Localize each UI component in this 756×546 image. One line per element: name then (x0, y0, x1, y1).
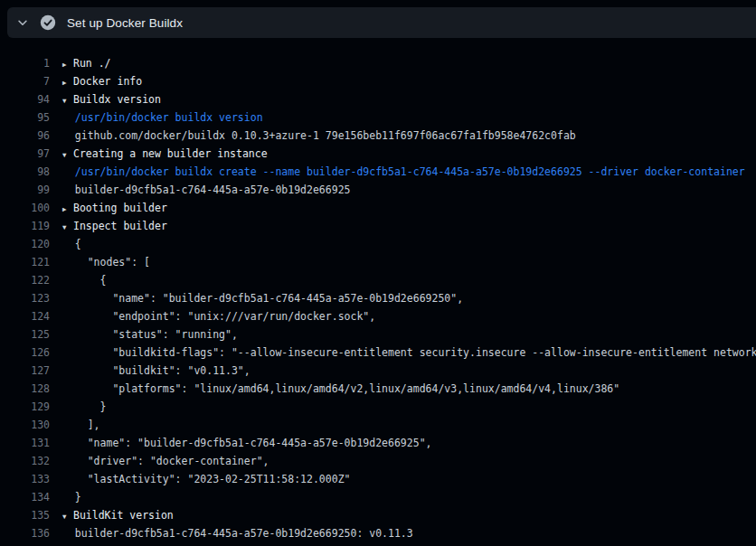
log-output-text: "endpoint": "unix:///var/run/docker.sock… (62, 310, 375, 323)
line-number[interactable]: 97 (0, 145, 50, 163)
line-number[interactable]: 96 (0, 127, 50, 145)
log-line: 127 "buildkit": "v0.11.3", (0, 362, 756, 380)
log-line: 99 builder-d9cfb5a1-c764-445a-a57e-0b19d… (0, 181, 756, 199)
line-number[interactable]: 122 (0, 271, 50, 289)
line-number[interactable]: 119 (0, 217, 50, 235)
line-number[interactable]: 130 (0, 416, 50, 434)
log-line: 95 /usr/bin/docker buildx version (0, 108, 756, 127)
log-group-content: ▶Booting builder (62, 202, 167, 214)
log-group-row[interactable]: 135▼BuildKit version (0, 506, 756, 524)
step-header[interactable]: Set up Docker Buildx (7, 7, 756, 38)
line-number[interactable]: 126 (0, 344, 50, 362)
log-output-text: builder-d9cfb5a1-c764-445a-a57e-0b19d2e6… (62, 184, 351, 196)
log-output-text: "name": "builder-d9cfb5a1-c764-445a-a57e… (62, 437, 432, 449)
line-number[interactable]: 100 (0, 199, 50, 217)
group-title: Buildx version (73, 93, 161, 106)
log-line: 123 "name": "builder-d9cfb5a1-c764-445a-… (0, 289, 756, 307)
log-output-text: "name": "builder-d9cfb5a1-c764-445a-a57e… (62, 292, 463, 305)
log-group-content: ▼BuildKit version (62, 509, 174, 522)
log-output-text: ], (62, 419, 100, 431)
line-number[interactable]: 128 (0, 380, 50, 398)
line-number[interactable]: 135 (0, 506, 50, 524)
log-line: 124 "endpoint": "unix:///var/run/docker.… (0, 307, 756, 325)
log-group-content: ▼Buildx version (62, 93, 161, 106)
log-group-row[interactable]: 7▶Docker info (0, 72, 756, 90)
log-line: 121 "nodes": [ (0, 253, 756, 271)
line-number[interactable]: 125 (0, 325, 50, 344)
line-number[interactable]: 94 (0, 90, 50, 108)
log-output-text: "lastActivity": "2023-02-25T11:58:12.000… (62, 473, 351, 485)
log-line: 133 "lastActivity": "2023-02-25T11:58:12… (0, 470, 756, 488)
log-output-text: "buildkitd-flags": "--allow-insecure-ent… (62, 346, 756, 359)
log-group-row[interactable]: 1▶Run ./ (0, 54, 756, 72)
log-line: 120 { (0, 235, 756, 253)
log-output-text: } (62, 491, 81, 504)
log-output-text: "buildkit": "v0.11.3", (62, 364, 250, 377)
triangle-right-icon[interactable]: ▶ (62, 56, 73, 72)
step-title: Set up Docker Buildx (67, 16, 183, 30)
line-number[interactable]: 98 (0, 163, 50, 181)
log-output-text: "platforms": "linux/amd64,linux/amd64/v2… (62, 382, 619, 395)
line-number[interactable]: 129 (0, 398, 50, 416)
log-output-text: } (62, 400, 106, 413)
log-line: 98 /usr/bin/docker buildx create --name … (0, 163, 756, 181)
log-line: 122 { (0, 271, 756, 289)
log-output-text: builder-d9cfb5a1-c764-445a-a57e-0b19d2e6… (62, 527, 413, 540)
group-title: Inspect builder (73, 220, 167, 232)
log-group-content: ▼Inspect builder (62, 220, 167, 232)
triangle-right-icon[interactable]: ▶ (62, 201, 73, 217)
line-number[interactable]: 120 (0, 235, 50, 253)
line-number[interactable]: 121 (0, 253, 50, 271)
log-line: 132 "driver": "docker-container", (0, 452, 756, 470)
line-number[interactable]: 127 (0, 362, 50, 380)
log-line: 130 ], (0, 416, 756, 434)
line-number[interactable]: 95 (0, 108, 50, 127)
log-line: 134 } (0, 488, 756, 506)
log-group-content: ▼Creating a new builder instance (62, 147, 268, 160)
log-group-content: ▶Run ./ (62, 57, 111, 70)
log-output-text: "driver": "docker-container", (62, 455, 269, 467)
log-line: 126 "buildkitd-flags": "--allow-insecure… (0, 344, 756, 362)
log-group-content: ▶Docker info (62, 75, 142, 88)
log-lines: 1▶Run ./7▶Docker info94▼Buildx version95… (0, 54, 756, 542)
line-number[interactable]: 124 (0, 307, 50, 325)
log-line: 125 "status": "running", (0, 325, 756, 344)
log-line: 96 github.com/docker/buildx 0.10.3+azure… (0, 127, 756, 145)
line-number[interactable]: 99 (0, 181, 50, 199)
log-command-text: /usr/bin/docker buildx version (62, 111, 263, 124)
line-number[interactable]: 133 (0, 470, 50, 488)
log-group-row[interactable]: 119▼Inspect builder (0, 217, 756, 235)
triangle-down-icon[interactable]: ▼ (62, 219, 73, 235)
group-title: Run ./ (73, 57, 111, 70)
triangle-right-icon[interactable]: ▶ (62, 74, 73, 90)
log-group-row[interactable]: 100▶Booting builder (0, 199, 756, 217)
log-group-row[interactable]: 94▼Buildx version (0, 90, 756, 108)
line-number[interactable]: 132 (0, 452, 50, 470)
triangle-down-icon[interactable]: ▼ (62, 146, 73, 163)
log-output-text: "nodes": [ (62, 256, 150, 268)
group-title: BuildKit version (73, 509, 174, 522)
line-number[interactable]: 134 (0, 488, 50, 506)
log-output-text: { (62, 274, 106, 287)
log-group-row[interactable]: 97▼Creating a new builder instance (0, 145, 756, 163)
check-circle-icon (40, 14, 56, 31)
group-title: Docker info (73, 75, 142, 88)
log-line: 131 "name": "builder-d9cfb5a1-c764-445a-… (0, 434, 756, 452)
chevron-down-icon[interactable] (15, 15, 30, 30)
log-line: 128 "platforms": "linux/amd64,linux/amd6… (0, 380, 756, 398)
log-output-text: github.com/docker/buildx 0.10.3+azure-1 … (62, 129, 576, 142)
log-line: 129 } (0, 398, 756, 416)
line-number[interactable]: 136 (0, 524, 50, 542)
triangle-down-icon[interactable]: ▼ (62, 508, 73, 524)
line-number[interactable]: 131 (0, 434, 50, 452)
log-line: 136 builder-d9cfb5a1-c764-445a-a57e-0b19… (0, 524, 756, 542)
group-title: Booting builder (73, 202, 167, 214)
line-number[interactable]: 7 (0, 72, 50, 90)
group-title: Creating a new builder instance (73, 147, 268, 160)
log-output-text: "status": "running", (62, 328, 238, 341)
triangle-down-icon[interactable]: ▼ (62, 92, 73, 108)
log-command-text: /usr/bin/docker buildx create --name bui… (62, 165, 745, 178)
log-output-text: { (62, 238, 81, 250)
line-number[interactable]: 1 (0, 54, 50, 72)
line-number[interactable]: 123 (0, 289, 50, 307)
